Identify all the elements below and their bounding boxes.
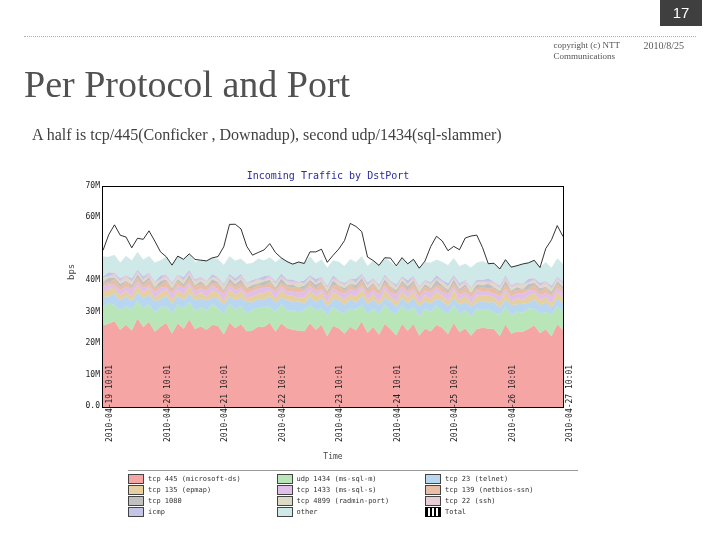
header-divider <box>24 36 696 37</box>
chart-xtick: 2010-04-21 10:01 <box>220 434 229 442</box>
page-number-badge: 17 <box>660 0 702 26</box>
chart-ytick: 0.0 <box>78 401 100 410</box>
legend-swatch <box>425 485 441 495</box>
legend-label: udp 1434 (ms-sql-m) <box>297 475 377 483</box>
legend-item: Total <box>425 507 574 517</box>
chart-ytick: 30M <box>78 307 100 316</box>
chart-xtick: 2010-04-20 10:01 <box>163 434 172 442</box>
legend-item: udp 1434 (ms-sql-m) <box>277 474 426 484</box>
legend-swatch <box>277 507 293 517</box>
legend-swatch <box>277 496 293 506</box>
chart-ytick: 10M <box>78 370 100 379</box>
legend-label: tcp 4899 (radmin-port) <box>297 497 390 505</box>
legend-swatch <box>277 474 293 484</box>
copyright-line2: Communications <box>554 51 616 61</box>
legend-swatch <box>128 474 144 484</box>
legend-swatch <box>128 485 144 495</box>
chart-title: Incoming Traffic by DstPort <box>68 170 588 181</box>
legend-item: tcp 1433 (ms-sql-s) <box>277 485 426 495</box>
legend-label: other <box>297 508 318 516</box>
legend-swatch <box>425 507 441 517</box>
legend-item: tcp 445 (microsoft-ds) <box>128 474 277 484</box>
chart-ytick: 60M <box>78 212 100 221</box>
chart-xtick: 2010-04-19 10:01 <box>105 434 114 442</box>
legend-label: Total <box>445 508 466 516</box>
legend-item: tcp 1080 <box>128 496 277 506</box>
chart-ytick: 20M <box>78 338 100 347</box>
legend-item: tcp 4899 (radmin-port) <box>277 496 426 506</box>
copyright-line1: copyright (c) NTT <box>554 40 620 50</box>
chart-xtick: 2010-04-27 10:01 <box>565 434 574 442</box>
legend-label: icmp <box>148 508 165 516</box>
page-title: Per Protocol and Port <box>24 62 350 106</box>
legend-item: other <box>277 507 426 517</box>
chart-xtick: 2010-04-26 10:01 <box>508 434 517 442</box>
chart-xtick: 2010-04-25 10:01 <box>450 434 459 442</box>
legend-label: tcp 22 (ssh) <box>445 497 496 505</box>
slide-date: 2010/8/25 <box>643 40 684 51</box>
chart-xtick: 2010-04-22 10:01 <box>278 434 287 442</box>
legend-swatch <box>425 474 441 484</box>
legend-item: tcp 135 (epmap) <box>128 485 277 495</box>
chart-xlabel: Time <box>103 452 563 461</box>
page-subtitle: A half is tcp/445(Conficker , Downadup),… <box>32 126 502 144</box>
legend-label: tcp 139 (netbios-ssn) <box>445 486 534 494</box>
legend-swatch <box>128 496 144 506</box>
legend-item: tcp 139 (netbios-ssn) <box>425 485 574 495</box>
chart-plot-area: Time 2010-04-19 10:012010-04-20 10:01201… <box>102 186 564 408</box>
copyright-text: copyright (c) NTT Communications <box>554 40 620 62</box>
chart-ytick: 70M <box>78 181 100 190</box>
legend-swatch <box>425 496 441 506</box>
chart-ytick: 40M <box>78 275 100 284</box>
chart-xtick: 2010-04-24 10:01 <box>393 434 402 442</box>
legend-label: tcp 135 (epmap) <box>148 486 211 494</box>
legend-swatch <box>277 485 293 495</box>
legend-item: tcp 22 (ssh) <box>425 496 574 506</box>
legend-swatch <box>128 507 144 517</box>
chart-xtick: 2010-04-23 10:01 <box>335 434 344 442</box>
chart-svg <box>103 187 563 407</box>
legend-label: tcp 23 (telnet) <box>445 475 508 483</box>
legend-label: tcp 1080 <box>148 497 182 505</box>
chart-container: Incoming Traffic by DstPort bps Time 201… <box>68 170 588 470</box>
chart-ylabel: bps <box>66 264 76 280</box>
legend-item: icmp <box>128 507 277 517</box>
legend-label: tcp 1433 (ms-sql-s) <box>297 486 377 494</box>
legend-item: tcp 23 (telnet) <box>425 474 574 484</box>
chart-legend: tcp 445 (microsoft-ds)udp 1434 (ms-sql-m… <box>128 470 578 518</box>
legend-label: tcp 445 (microsoft-ds) <box>148 475 241 483</box>
